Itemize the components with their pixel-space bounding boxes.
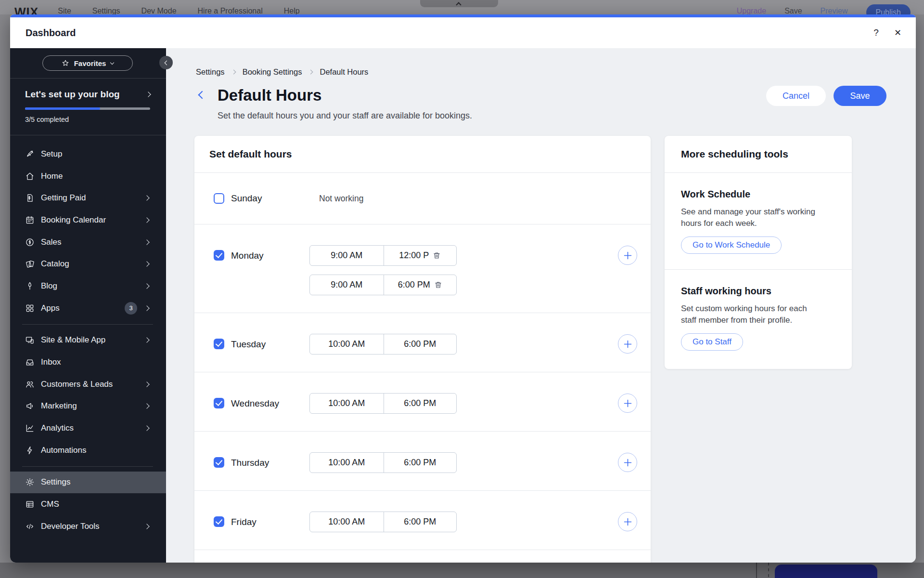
day-row-tuesday: Tuesday10:00 AM6:00 PM: [194, 313, 651, 372]
day-row-monday: Monday9:00 AM12:00 P9:00 AM6:00 PM: [194, 224, 651, 313]
start-time-input[interactable]: 10:00 AM: [310, 453, 384, 473]
end-time-input[interactable]: 6:00 PM: [384, 275, 457, 295]
sidebar-item-automations[interactable]: Automations: [10, 439, 166, 461]
sidebar-item-label: Apps: [41, 303, 60, 313]
sidebar-item-analytics[interactable]: Analytics: [10, 417, 166, 439]
breadcrumb-separator: [308, 70, 313, 75]
setup-progress-card[interactable]: Let's set up your blog 3/5 completed: [25, 89, 150, 123]
add-hours-button[interactable]: [618, 246, 637, 265]
day-label: Tuesday: [231, 334, 266, 355]
editor-nav-hire-a-professional[interactable]: Hire a Professional: [198, 7, 263, 14]
sidebar-item-site-mobile-app[interactable]: Site & Mobile App: [10, 329, 166, 352]
sidebar-item-booking-calendar[interactable]: Booking Calendar: [10, 209, 166, 231]
add-hours-button[interactable]: [618, 453, 637, 472]
editor-nav-settings[interactable]: Settings: [92, 7, 120, 14]
editor-nav-site[interactable]: Site: [58, 7, 71, 14]
add-hours-button[interactable]: [618, 512, 637, 531]
plus-icon: [624, 459, 632, 467]
chevron-right-icon: [144, 425, 149, 431]
sidebar-item-label: Marketing: [41, 401, 77, 411]
editor-nav-help[interactable]: Help: [284, 7, 300, 14]
page-title: Default Hours: [218, 86, 321, 105]
end-time-input[interactable]: 6:00 PM: [384, 334, 457, 354]
go-to-staff-button[interactable]: Go to Staff: [681, 333, 743, 351]
add-hours-button[interactable]: [618, 334, 637, 354]
editor-save-link[interactable]: Save: [784, 7, 802, 14]
chevron-left-icon: [165, 60, 169, 65]
sidebar-item-catalog[interactable]: Catalog: [10, 253, 166, 275]
end-time-input[interactable]: 6:00 PM: [384, 453, 457, 473]
sidebar-item-getting-paid[interactable]: Getting Paid: [10, 187, 166, 209]
not-working-label: Not working: [319, 194, 363, 204]
wix-logo[interactable]: WIX: [14, 5, 38, 14]
sidebar-item-apps[interactable]: Apps3: [10, 297, 166, 319]
day-checkbox[interactable]: [214, 516, 224, 527]
start-time-input[interactable]: 9:00 AM: [310, 275, 384, 295]
apps-count-badge: 3: [125, 302, 137, 315]
sidebar-item-marketing[interactable]: Marketing: [10, 395, 166, 418]
sidebar-item-setup[interactable]: Setup: [10, 143, 166, 165]
tools-section-heading: Staff working hours: [681, 286, 837, 297]
sidebar-item-settings[interactable]: Settings: [10, 472, 166, 494]
time-range: 10:00 AM6:00 PM: [309, 452, 457, 473]
day-checkbox[interactable]: [214, 250, 224, 261]
favorites-button[interactable]: Favorites: [42, 55, 133, 71]
favorites-label: Favorites: [74, 59, 106, 67]
sidebar-item-label: Sales: [41, 237, 62, 247]
add-hours-button[interactable]: [618, 394, 637, 413]
publish-button[interactable]: Publish: [866, 4, 911, 14]
start-time-input[interactable]: 10:00 AM: [310, 512, 384, 532]
help-icon[interactable]: ?: [873, 27, 879, 38]
trash-icon[interactable]: [433, 251, 441, 260]
day-checkbox[interactable]: [214, 339, 224, 349]
day-row-wednesday: Wednesday10:00 AM6:00 PM: [194, 372, 651, 432]
progress-label: 3/5 completed: [25, 116, 150, 123]
start-time-input[interactable]: 9:00 AM: [310, 246, 384, 265]
time-range: 9:00 AM6:00 PM: [309, 275, 457, 295]
dev-tools-icon: [25, 522, 35, 531]
tools-divider: [665, 269, 852, 270]
editor-nav-dev-mode[interactable]: Dev Mode: [141, 7, 177, 14]
day-label: Monday: [231, 245, 264, 266]
close-icon[interactable]: ✕: [894, 27, 901, 38]
day-checkbox[interactable]: [214, 193, 224, 204]
sidebar-item-home[interactable]: Home: [10, 165, 166, 187]
time-range: 10:00 AM6:00 PM: [309, 393, 457, 414]
sidebar-item-inbox[interactable]: Inbox: [10, 351, 166, 373]
back-button[interactable]: [196, 91, 207, 101]
sidebar-item-label: CMS: [41, 499, 59, 509]
sidebar-item-cms[interactable]: CMS: [10, 493, 166, 515]
breadcrumb-settings[interactable]: Settings: [196, 67, 225, 77]
sidebar-item-label: Setup: [41, 149, 62, 159]
rocket-icon: [25, 149, 35, 159]
sidebar-item-developer-tools[interactable]: Developer Tools: [10, 515, 166, 538]
home-icon: [25, 171, 35, 181]
end-time-input[interactable]: 12:00 P: [384, 246, 457, 265]
end-time-input[interactable]: 6:00 PM: [384, 394, 457, 413]
sidebar-item-label: Blog: [41, 281, 57, 291]
sidebar-item-blog[interactable]: Blog: [10, 275, 166, 297]
schedule-card-title: Set default hours: [194, 136, 651, 173]
editor-scroll-tab[interactable]: [420, 0, 498, 7]
upgrade-link[interactable]: Upgrade: [737, 7, 766, 14]
sidebar-item-customers-leads[interactable]: Customers & Leads: [10, 373, 166, 395]
sidebar-divider: [10, 135, 166, 135]
trash-icon[interactable]: [434, 281, 442, 289]
breadcrumb-booking-settings[interactable]: Booking Settings: [243, 67, 302, 77]
day-checkbox[interactable]: [214, 457, 224, 468]
start-time-input[interactable]: 10:00 AM: [310, 394, 384, 413]
preview-link[interactable]: Preview: [821, 7, 848, 14]
sales-icon: [25, 237, 35, 247]
sidebar: Favorites Let's set up your blog 3/5 com…: [10, 48, 166, 563]
cancel-button[interactable]: Cancel: [766, 86, 826, 106]
sidebar-item-sales[interactable]: Sales: [10, 231, 166, 253]
end-time-input[interactable]: 6:00 PM: [384, 512, 457, 532]
sidebar-collapse-button[interactable]: [159, 56, 173, 69]
start-time-input[interactable]: 10:00 AM: [310, 334, 384, 354]
tools-card-title: More scheduling tools: [665, 136, 852, 173]
save-button[interactable]: Save: [834, 86, 886, 106]
day-checkbox[interactable]: [214, 398, 224, 408]
go-to-work-schedule-button[interactable]: Go to Work Schedule: [681, 236, 782, 254]
chevron-right-icon: [144, 283, 149, 289]
inbox-icon: [25, 357, 35, 367]
